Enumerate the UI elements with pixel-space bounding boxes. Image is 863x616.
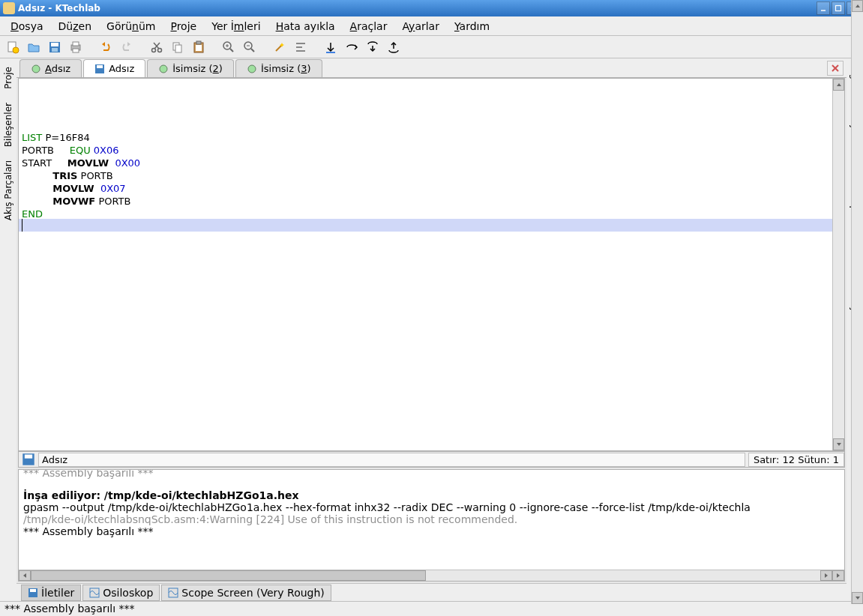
code-editor[interactable]: LIST P=16F84PORTB EQU 0X06START MOVLW 0X… [18,78,845,451]
step-over-button[interactable] [343,39,360,55]
svg-rect-8 [52,48,58,52]
toolbar [0,36,863,58]
new-doc-button[interactable] [4,39,21,55]
output-hscrollbar[interactable] [19,570,844,581]
editor-status-bar: Adsız Satır: 12 Sütun: 1 [18,451,845,468]
zoom-in-button[interactable] [220,39,237,55]
gear-icon [247,64,257,74]
menu-edit[interactable]: Düzen [51,18,100,34]
save-icon [22,453,35,466]
scroll-right-button[interactable] [820,570,832,581]
close-tab-button[interactable] [827,61,844,76]
menu-debug[interactable]: Hata ayıkla [268,18,343,34]
paste-button[interactable] [190,39,207,55]
left-sidebar-tabs: Proje Bileşenler Akış Parçaları [0,58,16,601]
menu-view[interactable]: Görünüm [99,18,163,34]
document-tabs: Adsız Adsız İsimsiz (2) İsimsiz (3) [16,58,847,78]
svg-point-5 [13,47,19,53]
svg-point-36 [32,65,40,73]
svg-point-40 [248,65,256,73]
print-button[interactable] [67,39,84,55]
doc-tab-3[interactable]: İsimsiz (2) [147,59,234,77]
svg-rect-17 [175,45,181,52]
step-into-button[interactable] [364,39,381,55]
window-title: Adsız - KTechlab [18,3,815,13]
current-line-highlight [19,219,832,232]
bottom-tabs: İletiler Osiloskop Scope Screen (Very Ro… [16,583,847,601]
menu-project[interactable]: Proje [163,18,204,34]
scroll-up-button[interactable] [833,79,844,91]
output-panel: *** Assembly başarılı *** İnşa ediliyor:… [18,469,845,582]
svg-line-28 [276,45,282,51]
wizard-button[interactable] [271,39,288,55]
svg-rect-20 [196,45,202,51]
svg-rect-11 [73,49,79,52]
svg-point-39 [160,65,167,73]
copy-button[interactable] [169,39,186,55]
redo-button[interactable] [118,39,135,55]
svg-line-26 [251,49,254,52]
svg-line-14 [154,43,160,49]
align-button[interactable] [292,39,309,55]
hscroll-thumb[interactable] [31,570,426,581]
title-bar: Adsız - KTechlab [0,0,863,16]
cut-button[interactable] [148,39,165,55]
side-tab-project[interactable]: Proje [1,61,16,94]
side-tab-components[interactable]: Bileşenler [1,97,16,152]
open-button[interactable] [25,39,42,55]
svg-rect-7 [51,43,58,46]
scope-icon [89,588,100,598]
zoom-out-button[interactable] [241,39,258,55]
menu-settings[interactable]: Ayarlar [394,18,447,34]
save-icon [28,588,38,598]
gear-icon [31,64,41,74]
minimize-button[interactable] [817,1,830,15]
cursor-position: Satır: 12 Sütun: 1 [748,453,844,467]
gear-icon [158,64,169,74]
step-out-button[interactable] [385,39,402,55]
svg-line-15 [154,43,159,49]
app-icon [3,2,15,14]
menu-bar: Dosya Düzen Görünüm Proje Yer İmleri Hat… [0,16,863,36]
svg-rect-46 [30,589,36,592]
doc-tab-1[interactable]: Adsız [19,59,82,77]
side-tab-flowparts[interactable]: Akış Parçaları [1,155,16,226]
scroll-down-button[interactable] [833,438,844,450]
svg-rect-19 [196,41,201,44]
filename-display: Adsız [38,453,745,467]
save-icon [94,64,105,74]
nav-down-button[interactable] [322,39,339,55]
save-button[interactable] [46,39,63,55]
scope-icon [168,588,178,598]
undo-button[interactable] [97,39,114,55]
maximize-button[interactable] [832,1,845,15]
svg-line-22 [230,49,233,52]
output-text[interactable]: *** Assembly başarılı *** İnşa ediliyor:… [19,470,844,570]
bottom-tab-scope-screen[interactable]: Scope Screen (Very Rough) [161,585,331,601]
svg-rect-10 [73,42,79,46]
text-cursor [22,219,22,232]
status-bar: *** Assembly başarılı *** [0,601,863,616]
menu-bookmarks[interactable]: Yer İmleri [204,18,268,34]
menu-help[interactable]: Yardım [447,18,497,34]
doc-tab-4[interactable]: İsimsiz (3) [235,59,322,77]
bottom-tab-oscilloscope[interactable]: Osiloskop [82,585,160,601]
svg-rect-38 [97,65,103,68]
bottom-tab-messages[interactable]: İletiler [21,585,81,601]
svg-rect-44 [25,455,32,459]
menu-file[interactable]: Dosya [3,18,51,34]
scroll-left-button[interactable] [19,570,31,581]
svg-rect-1 [836,6,841,11]
menu-tools[interactable]: Araçlar [343,18,395,34]
scroll-right-button-2[interactable] [832,570,844,581]
doc-tab-2[interactable]: Adsız [83,59,145,77]
editor-vscrollbar[interactable] [832,79,844,450]
